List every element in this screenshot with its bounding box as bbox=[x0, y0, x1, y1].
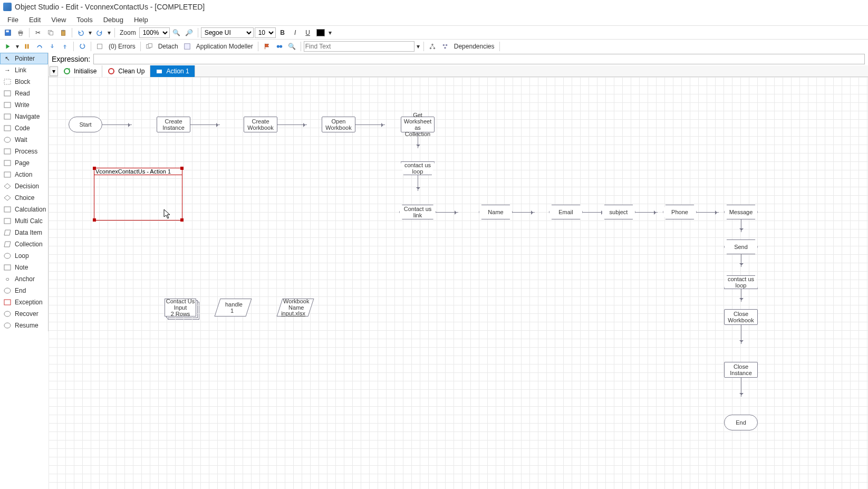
tool-anchor[interactable]: ○Anchor bbox=[0, 273, 48, 285]
tool-end[interactable]: End bbox=[0, 285, 48, 296]
tool-block[interactable]: Block bbox=[0, 76, 48, 88]
redo-dropdown-icon[interactable]: ▾ bbox=[107, 27, 112, 39]
run-dropdown-icon[interactable]: ▾ bbox=[15, 41, 20, 52]
tool-code[interactable]: Code bbox=[0, 122, 48, 134]
link-message-send[interactable] bbox=[741, 219, 741, 232]
node-email[interactable]: Email bbox=[549, 205, 583, 219]
node-close-workbook[interactable]: Close Workbook bbox=[724, 309, 758, 325]
undo-icon[interactable] bbox=[75, 27, 86, 39]
app-modeller-label[interactable]: Application Modeller bbox=[194, 43, 255, 50]
link-closewb-closeinst[interactable] bbox=[741, 325, 741, 344]
step-over-icon[interactable] bbox=[34, 41, 45, 52]
tool-resume[interactable]: Resume bbox=[0, 320, 48, 331]
errors-icon[interactable] bbox=[94, 41, 105, 52]
menu-debug[interactable]: Debug bbox=[98, 15, 129, 25]
tab-action1[interactable]: Action 1 bbox=[150, 65, 195, 77]
menu-tools[interactable]: Tools bbox=[71, 15, 98, 25]
font-color-icon[interactable] bbox=[315, 27, 326, 39]
flag-icon[interactable] bbox=[261, 41, 273, 52]
menu-view[interactable]: View bbox=[46, 15, 71, 25]
link-email-subject[interactable] bbox=[583, 212, 605, 213]
resize-handle-se[interactable] bbox=[180, 218, 184, 222]
menu-help[interactable]: Help bbox=[129, 15, 153, 25]
node-start[interactable]: Start bbox=[69, 117, 102, 132]
dependencies-label[interactable]: Dependencies bbox=[452, 43, 497, 50]
italic-icon[interactable]: I bbox=[290, 27, 301, 39]
tool-wait[interactable]: Wait bbox=[0, 134, 48, 146]
link-subject-phone[interactable] bbox=[635, 212, 658, 213]
color-dropdown-icon[interactable]: ▾ bbox=[327, 27, 333, 39]
find-dropdown-icon[interactable]: ▾ bbox=[416, 41, 421, 52]
tool-link[interactable]: →Link bbox=[0, 64, 48, 76]
tool-collection[interactable]: Collection bbox=[0, 238, 48, 250]
tool-navigate[interactable]: Navigate bbox=[0, 111, 48, 122]
tool-write[interactable]: Write bbox=[0, 99, 48, 111]
resize-handle-nw[interactable] bbox=[93, 167, 96, 170]
resize-handle-ne[interactable] bbox=[180, 167, 184, 170]
font-select[interactable]: Segoe UI bbox=[201, 27, 254, 38]
link-instance-wb[interactable] bbox=[190, 124, 220, 125]
tab-dropdown-icon[interactable]: ▾ bbox=[50, 66, 58, 76]
pause-icon[interactable] bbox=[21, 41, 33, 52]
tab-cleanup[interactable]: Clean Up bbox=[102, 65, 150, 77]
tree-icon[interactable] bbox=[427, 41, 438, 52]
tool-pointer[interactable]: ↖Pointer bbox=[0, 53, 48, 64]
node-loop-top[interactable]: contact us loop bbox=[401, 161, 435, 175]
reset-icon[interactable] bbox=[76, 41, 88, 52]
node-subject[interactable]: subject bbox=[602, 205, 635, 219]
find-text-input[interactable] bbox=[304, 41, 414, 52]
node-send[interactable]: Send bbox=[724, 239, 758, 254]
zoom-out-icon[interactable]: 🔎 bbox=[184, 27, 195, 39]
step-out-icon[interactable] bbox=[59, 41, 71, 52]
copy-icon[interactable] bbox=[45, 27, 56, 39]
node-end[interactable]: End bbox=[724, 415, 758, 430]
link-name-email[interactable] bbox=[513, 212, 535, 213]
tool-note[interactable]: Note bbox=[0, 262, 48, 273]
app-modeller-icon[interactable] bbox=[181, 41, 193, 52]
node-phone[interactable]: Phone bbox=[663, 205, 697, 219]
tool-choice[interactable]: Choice bbox=[0, 192, 48, 204]
tool-page[interactable]: Page bbox=[0, 157, 48, 169]
link-closeinst-end[interactable] bbox=[741, 378, 741, 397]
link-phone-message[interactable] bbox=[697, 212, 719, 213]
link-start-instance[interactable] bbox=[102, 124, 132, 125]
node-create-workbook[interactable]: Create Workbook bbox=[244, 117, 277, 132]
step-into-icon[interactable] bbox=[46, 41, 58, 52]
run-icon[interactable] bbox=[2, 41, 14, 52]
link-loopbot-closewb[interactable] bbox=[741, 289, 741, 302]
print-icon[interactable] bbox=[15, 27, 26, 39]
detach-label[interactable]: Detach bbox=[156, 43, 180, 50]
tool-multicalc[interactable]: Multi Calc bbox=[0, 215, 48, 227]
errors-label[interactable]: (0) Errors bbox=[107, 43, 138, 50]
node-di-handle[interactable]: handle 1 bbox=[214, 299, 252, 317]
bookmark-icon[interactable] bbox=[274, 41, 285, 52]
save-icon[interactable] bbox=[2, 27, 14, 39]
tool-process[interactable]: Process bbox=[0, 146, 48, 157]
node-get-worksheet[interactable]: Get Worksheet as Collection bbox=[401, 117, 435, 132]
link-get-loop[interactable] bbox=[418, 132, 418, 148]
node-create-instance[interactable]: Create Instance bbox=[157, 117, 190, 132]
tool-recover[interactable]: Recover bbox=[0, 308, 48, 320]
node-message[interactable]: Message bbox=[724, 205, 758, 219]
tool-calculation[interactable]: Calculation bbox=[0, 204, 48, 215]
node-close-instance[interactable]: Close Instance bbox=[724, 362, 758, 378]
link-contact-name[interactable] bbox=[436, 212, 458, 213]
tool-decision[interactable]: Decision bbox=[0, 180, 48, 192]
underline-icon[interactable]: U bbox=[302, 27, 314, 39]
node-di-wbname[interactable]: Workbook Name input.xlsx bbox=[276, 299, 314, 317]
menu-file[interactable]: File bbox=[2, 15, 24, 25]
link-open-get[interactable] bbox=[355, 124, 385, 125]
dependencies-icon[interactable] bbox=[439, 41, 451, 52]
zoom-select[interactable]: 100% bbox=[139, 27, 170, 38]
undo-dropdown-icon[interactable]: ▾ bbox=[88, 27, 93, 39]
tool-loop[interactable]: Loop bbox=[0, 250, 48, 262]
node-open-workbook[interactable]: Open Workbook bbox=[322, 117, 355, 132]
node-name[interactable]: Name bbox=[479, 205, 513, 219]
bold-icon[interactable]: B bbox=[277, 27, 288, 39]
canvas[interactable]: Start Create Instance Create Workbook Op… bbox=[49, 77, 868, 489]
zoom-in-icon[interactable]: 🔍 bbox=[171, 27, 182, 39]
tool-read[interactable]: Read bbox=[0, 88, 48, 99]
cut-icon[interactable]: ✂ bbox=[32, 27, 44, 39]
font-size-select[interactable]: 10 bbox=[255, 27, 276, 38]
tool-dataitem[interactable]: Data Item bbox=[0, 227, 48, 238]
